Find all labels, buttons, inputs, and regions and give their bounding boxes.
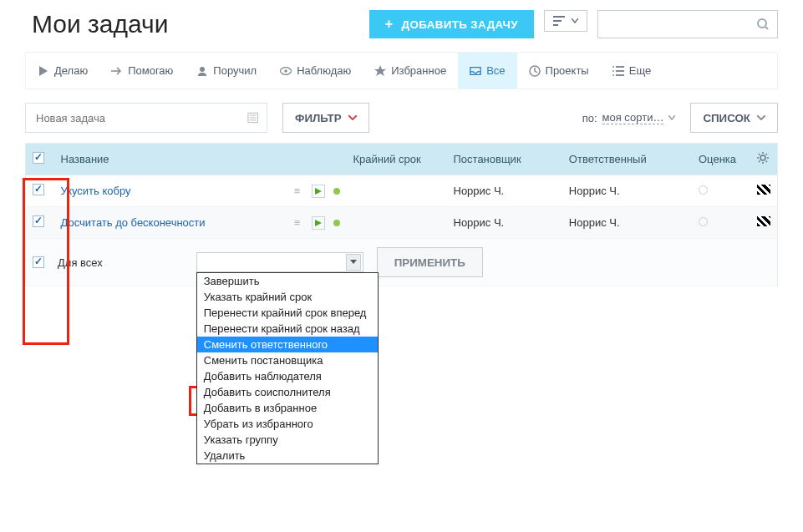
- cell-responsible: Норрис Ч.: [562, 175, 692, 207]
- chevron-down-icon: [757, 115, 765, 120]
- search-input-wrapper[interactable]: [597, 10, 778, 38]
- cell-deadline: [347, 175, 447, 207]
- tab-doing[interactable]: Делаю: [26, 53, 99, 89]
- cell-deadline: [347, 207, 447, 239]
- list-icon: [612, 65, 624, 77]
- finish-flag-icon[interactable]: [757, 216, 770, 226]
- view-label: СПИСОК: [703, 112, 750, 124]
- tab-all[interactable]: Все: [458, 53, 516, 89]
- batch-option[interactable]: Перенести крайний срок вперед: [197, 305, 378, 321]
- estimate-none-icon[interactable]: [699, 217, 708, 226]
- tab-helping[interactable]: Помогаю: [99, 53, 185, 89]
- for-all-checkbox[interactable]: [33, 256, 44, 268]
- drag-handle-icon[interactable]: ≡: [292, 185, 303, 197]
- person-icon: [196, 65, 208, 77]
- table-header-row: Название Крайний срок Постановщик Ответс…: [26, 144, 778, 175]
- view-sort-toggle[interactable]: [544, 10, 587, 32]
- tab-favorites[interactable]: Избранное: [363, 53, 458, 89]
- tab-more[interactable]: Еще: [601, 53, 663, 89]
- estimate-none-icon[interactable]: [699, 185, 708, 195]
- tab-bar: ДелаюПомогаюПоручилНаблюдаюИзбранноеВсеП…: [25, 52, 778, 89]
- task-title-link[interactable]: Укусить кобру: [61, 185, 131, 197]
- batch-action-menu: ЗавершитьУказать крайний срокПеренести к…: [196, 272, 379, 464]
- svg-point-2: [284, 69, 287, 73]
- new-task-input[interactable]: [34, 111, 247, 125]
- arrow-icon: [111, 65, 123, 77]
- chevron-down-icon: [668, 115, 675, 120]
- add-task-label: ДОБАВИТЬ ЗАДАЧУ: [402, 18, 518, 31]
- cell-creator: Норрис Ч.: [447, 207, 562, 239]
- clock-icon: [529, 65, 541, 77]
- col-creator[interactable]: Постановщик: [447, 144, 562, 175]
- svg-point-4: [612, 66, 614, 68]
- row-checkbox[interactable]: [33, 184, 44, 195]
- batch-option[interactable]: Добавить соисполнителя: [197, 384, 378, 400]
- sort-lines-icon: [553, 16, 565, 26]
- tab-label: Еще: [629, 64, 651, 77]
- toolbar: ФИЛЬТР по: моя сорти… СПИСОК: [0, 103, 803, 133]
- tab-label: Помогаю: [128, 64, 173, 77]
- col-deadline[interactable]: Крайний срок: [347, 144, 447, 175]
- task-grid: Название Крайний срок Постановщик Ответс…: [25, 143, 778, 286]
- tab-label: Делаю: [54, 64, 88, 77]
- cell-creator: Норрис Ч.: [447, 175, 562, 207]
- tab-label: Наблюдаю: [297, 64, 351, 77]
- chevron-down-icon: [348, 115, 357, 120]
- search-icon: [757, 18, 769, 30]
- batch-option[interactable]: Указать группу: [197, 432, 378, 448]
- batch-option[interactable]: Убрать из избранного: [197, 416, 378, 432]
- new-task-inline[interactable]: [25, 103, 267, 133]
- chevron-down-icon: [572, 18, 578, 23]
- batch-option[interactable]: Сменить ответственного: [197, 337, 378, 352]
- expand-task-icon[interactable]: [247, 112, 258, 124]
- play-icon: [38, 65, 49, 77]
- tab-label: Поручил: [213, 64, 257, 77]
- batch-option[interactable]: Указать крайний срок: [197, 289, 378, 305]
- batch-option[interactable]: Завершить: [197, 273, 378, 289]
- finish-flag-icon[interactable]: [757, 185, 770, 195]
- batch-option[interactable]: Сменить постановщика: [197, 352, 378, 368]
- plus-icon: +: [385, 18, 394, 31]
- add-task-button[interactable]: + ДОБАВИТЬ ЗАДАЧУ: [369, 10, 534, 38]
- tab-label: Проекты: [546, 64, 589, 77]
- svg-point-0: [758, 19, 766, 28]
- batch-option[interactable]: Добавить в избранное: [197, 400, 378, 416]
- start-task-icon[interactable]: [312, 185, 325, 198]
- batch-option[interactable]: Перенести крайний срок назад: [197, 321, 378, 337]
- col-title[interactable]: Название: [54, 144, 347, 175]
- eye-icon: [280, 65, 292, 77]
- star-icon: [374, 65, 386, 77]
- row-checkbox[interactable]: [33, 215, 44, 227]
- status-dot-active-icon: [333, 220, 340, 226]
- batch-option[interactable]: Добавить наблюдателя: [197, 368, 378, 384]
- col-estimate[interactable]: Оценка: [692, 144, 750, 175]
- select-all-checkbox[interactable]: [33, 152, 44, 164]
- tab-assigned[interactable]: Поручил: [185, 53, 268, 89]
- sort-by[interactable]: по: моя сорти…: [582, 111, 676, 124]
- tab-projects[interactable]: Проекты: [517, 53, 601, 89]
- tab-watching[interactable]: Наблюдаю: [268, 53, 363, 89]
- svg-point-6: [612, 74, 614, 76]
- status-dot-active-icon: [333, 188, 340, 195]
- inbox-icon: [470, 65, 481, 77]
- dropdown-caret-icon: [346, 254, 361, 271]
- view-mode-button[interactable]: СПИСОК: [690, 103, 778, 133]
- task-title-link[interactable]: Досчитать до бесконечности: [61, 216, 206, 229]
- batch-action-dropdown[interactable]: [196, 252, 363, 272]
- start-task-icon[interactable]: [312, 216, 325, 230]
- tab-label: Все: [486, 64, 505, 77]
- filter-button[interactable]: ФИЛЬТР: [282, 103, 369, 133]
- svg-point-5: [612, 70, 614, 72]
- table-row: Укусить кобру≡Норрис Ч.Норрис Ч.: [26, 175, 778, 207]
- gear-icon[interactable]: [757, 154, 769, 166]
- batch-option[interactable]: Удалить: [197, 448, 378, 464]
- drag-handle-icon[interactable]: ≡: [292, 217, 303, 229]
- apply-button[interactable]: ПРИМЕНИТЬ: [377, 247, 483, 277]
- table-row: Досчитать до бесконечности≡Норрис Ч.Норр…: [26, 207, 778, 239]
- for-all-label: Для всех: [58, 256, 103, 269]
- page-title: Мои задачи: [32, 10, 168, 38]
- svg-point-1: [200, 67, 205, 72]
- sort-prefix: по:: [582, 112, 597, 124]
- col-responsible[interactable]: Ответственный: [562, 144, 692, 175]
- svg-point-8: [760, 155, 765, 160]
